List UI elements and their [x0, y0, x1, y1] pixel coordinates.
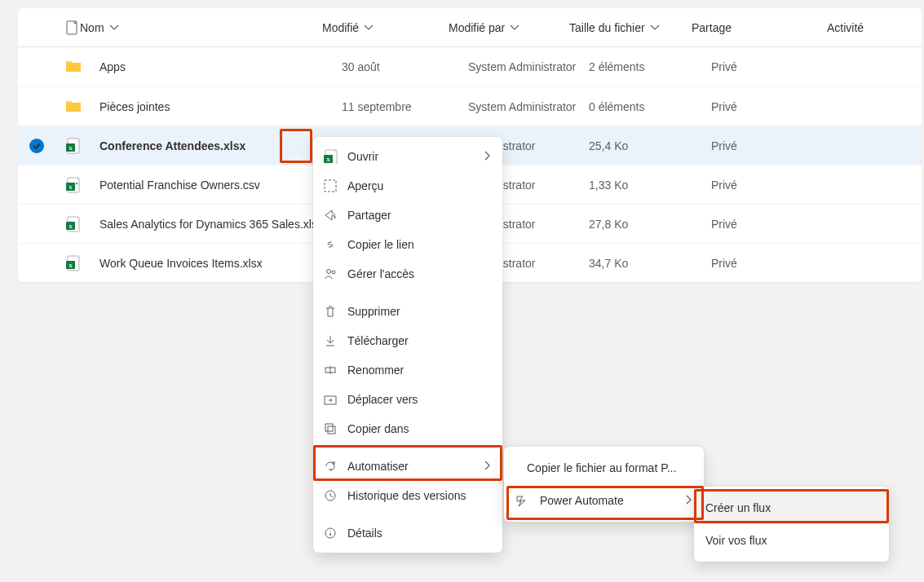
chevron-down-icon — [650, 23, 660, 33]
menu-copylink-label: Copier le lien — [347, 238, 414, 251]
name-column-header[interactable]: Nom — [80, 21, 322, 34]
svg-rect-11 — [325, 180, 336, 192]
row-size: 34,7 Ko — [589, 257, 711, 270]
modifiedby-column-header[interactable]: Modifié par — [449, 21, 569, 34]
svg-point-12 — [327, 270, 331, 274]
size-column-label: Taille du fichier — [569, 21, 645, 34]
xlsx-icon — [65, 216, 99, 232]
row-select-checkbox[interactable] — [29, 60, 44, 74]
file-type-column-header[interactable] — [65, 20, 80, 35]
row-name[interactable]: Potential Franchise Owners.csv — [99, 179, 342, 192]
chevron-right-icon — [483, 150, 493, 163]
row-name[interactable]: Sales Analytics for Dynamics 365 Sales.x… — [99, 218, 342, 231]
moveto-icon — [323, 393, 338, 406]
row-select-checkbox[interactable] — [29, 99, 44, 114]
menu-delete-label: Supprimer — [347, 305, 400, 318]
menu-moveto-label: Déplacer vers — [347, 393, 418, 406]
row-sharing: Privé — [711, 257, 847, 270]
xlsx-icon — [65, 255, 99, 271]
svg-rect-16 — [325, 424, 333, 431]
powerautomate-icon — [515, 494, 530, 507]
modifiedby-column-label: Modifié par — [449, 21, 505, 34]
row-modifiedby: System Administrator — [468, 60, 589, 73]
submenu-copypdf-label: Copier le fichier au format P... — [527, 461, 676, 474]
menu-move-to[interactable]: Déplacer vers — [313, 385, 502, 414]
submenu-power-automate[interactable]: Power Automate — [504, 484, 704, 517]
submenu-copy-pdf[interactable]: Copier le fichier au format P... — [504, 452, 704, 484]
chevron-down-icon — [510, 23, 519, 33]
csv-icon — [65, 177, 99, 193]
size-column-header[interactable]: Taille du fichier — [569, 21, 692, 34]
check-icon — [32, 141, 42, 151]
details-icon — [323, 527, 338, 540]
menu-preview[interactable]: Aperçu — [313, 171, 502, 201]
folder-icon — [65, 59, 99, 75]
table-row[interactable]: Pièces jointes11 septembreSystem Adminis… — [18, 86, 922, 126]
menu-versionhistory-label: Historique des versions — [347, 489, 466, 502]
menu-details[interactable]: Détails — [313, 518, 502, 548]
menu-rename-label: Renommer — [347, 364, 404, 377]
menu-rename[interactable]: Renommer — [313, 355, 502, 385]
menu-manageaccess-label: Gérer l'accès — [347, 267, 414, 280]
row-size: 0 éléments — [589, 100, 711, 113]
row-select-checkbox[interactable] — [29, 178, 44, 192]
row-name[interactable]: Pièces jointes — [99, 100, 342, 113]
submenu-powerautomate-label: Power Automate — [540, 494, 624, 507]
menu-manage-access[interactable]: Gérer l'accès — [313, 259, 502, 289]
row-name[interactable]: Work Queue Invoices Items.xlsx — [99, 257, 342, 270]
xlsx-icon — [65, 138, 99, 154]
automate-submenu: Copier le fichier au format P... Power A… — [504, 447, 704, 522]
modified-column-header[interactable]: Modifié — [322, 21, 449, 34]
menu-download-label: Télécharger — [347, 334, 409, 347]
sharing-column-header[interactable]: Partage — [692, 21, 827, 34]
folder-icon — [65, 99, 99, 115]
row-select-checkbox[interactable] — [29, 256, 44, 271]
submenu-see-flows[interactable]: Voir vos flux — [694, 524, 889, 557]
menu-copy-link[interactable]: Copier le lien — [313, 230, 502, 259]
activity-column-label: Activité — [827, 21, 864, 34]
menu-open-label: Ouvrir — [347, 150, 378, 163]
menu-delete[interactable]: Supprimer — [313, 297, 502, 326]
row-size: 1,33 Ko — [589, 179, 711, 192]
menu-open[interactable]: Ouvrir — [313, 142, 502, 171]
row-size: 25,4 Ko — [589, 139, 711, 152]
row-size: 27,8 Ko — [589, 218, 711, 231]
name-column-label: Nom — [80, 21, 104, 34]
download-icon — [323, 334, 338, 347]
menu-preview-label: Aperçu — [347, 179, 383, 192]
submenu-seeflows-label: Voir vos flux — [705, 534, 767, 547]
row-name[interactable]: Apps — [99, 60, 342, 73]
document-icon — [65, 20, 78, 35]
menu-copy-to[interactable]: Copier dans — [313, 414, 502, 443]
row-modified: 30 août — [342, 60, 468, 73]
menu-copyto-label: Copier dans — [347, 422, 409, 435]
rename-icon — [323, 364, 338, 377]
history-icon — [323, 489, 338, 502]
row-modified: 11 septembre — [342, 100, 468, 113]
row-size: 2 éléments — [589, 60, 711, 73]
row-sharing: Privé — [711, 218, 847, 231]
menu-version-history[interactable]: Historique des versions — [313, 481, 502, 510]
sharing-column-label: Partage — [692, 21, 732, 34]
menu-details-label: Détails — [347, 527, 382, 540]
menu-share[interactable]: Partager — [313, 201, 502, 230]
svg-rect-17 — [328, 426, 335, 434]
row-name[interactable]: Conference Attendees.xlsx — [99, 139, 342, 152]
row-select-checkbox[interactable] — [29, 139, 44, 153]
menu-download[interactable]: Télécharger — [313, 326, 502, 355]
submenu-createflow-label: Créer un flux — [705, 501, 771, 514]
menu-share-label: Partager — [347, 209, 391, 222]
column-headers: Nom Modifié Modifié par Taille du fichie… — [18, 8, 922, 47]
activity-column-header[interactable]: Activité — [827, 21, 892, 34]
menu-automate[interactable]: Automatiser — [313, 452, 502, 481]
context-menu: Ouvrir Aperçu Partager Copier le lien Gé… — [313, 137, 502, 553]
modified-column-label: Modifié — [322, 21, 359, 34]
copyto-icon — [323, 422, 338, 435]
table-row[interactable]: Apps30 aoûtSystem Administrator2 élément… — [18, 47, 922, 86]
svg-point-13 — [332, 271, 335, 274]
preview-icon — [323, 179, 338, 192]
row-sharing: Privé — [711, 100, 847, 113]
submenu-create-flow[interactable]: Créer un flux — [694, 492, 889, 524]
menu-automate-label: Automatiser — [347, 460, 409, 473]
row-select-checkbox[interactable] — [29, 217, 44, 231]
